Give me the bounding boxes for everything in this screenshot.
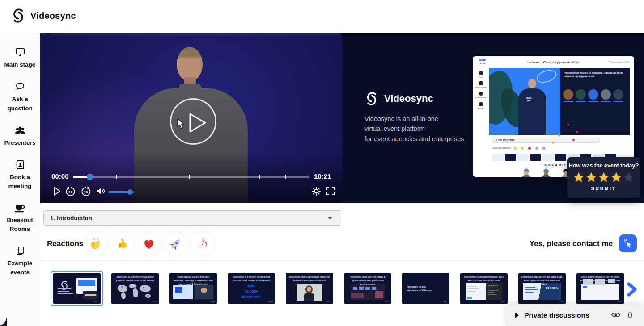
slide-thumbnail-4[interactable]: 500+ 20 000+ 10 000 000+ Videosync is a … (228, 273, 275, 304)
contact-button[interactable] (619, 234, 637, 252)
contact-label: Yes, please contact me (530, 239, 613, 248)
svg-text:10: 10 (84, 190, 88, 194)
sidebar-item-book-meeting[interactable]: Book a meeting (1, 159, 39, 191)
slide-thumbnail-10[interactable]: Video player modes to choose from, wheth… (576, 273, 624, 304)
sidebar-item-presenters[interactable]: Presenters (1, 125, 39, 147)
sidebar-item-example-events[interactable]: Example events (1, 246, 39, 277)
chevron-down-icon (327, 217, 333, 220)
svg-text:10: 10 (69, 190, 73, 194)
volume-fill (108, 191, 130, 193)
heart-icon (143, 238, 155, 250)
floating-heart-icon (567, 123, 570, 126)
duration: 10:21 (314, 172, 331, 180)
preview-solutions-dropdown: 4. OUR SOLUTIONS (492, 138, 600, 143)
chapter-value: 1. Introduction (50, 215, 92, 222)
info-brand-text: Videosync (384, 93, 433, 104)
info-brand: Videosync (364, 92, 433, 106)
slide-overlay-text: SCANFIL (546, 287, 559, 289)
sidebar-item-breakout-rooms[interactable]: Breakout Rooms (1, 203, 39, 234)
settings-gear-icon[interactable] (311, 186, 321, 196)
volume-slider[interactable] (108, 191, 134, 193)
player-controls: 10 10 (40, 184, 342, 200)
chapter-dropdown[interactable]: 1. Introduction (43, 210, 341, 226)
volume-icon[interactable] (96, 186, 106, 196)
clap-icon (89, 237, 102, 251)
mouse-cursor (176, 118, 186, 130)
expand-triangle-icon[interactable] (515, 313, 519, 318)
sidebar-label: Book a meeting (1, 173, 39, 191)
preview-reactions: Send your reactions (492, 146, 546, 150)
floating-heart-icon (558, 134, 561, 137)
slide-thumbnail-8[interactable]: Videosync is fully customisable, even wi… (460, 273, 508, 304)
click-cursor-icon (623, 238, 633, 248)
star-filled-icon[interactable] (611, 172, 622, 183)
floating-heart-icon (551, 141, 555, 144)
reaction-heart-button[interactable] (137, 232, 161, 255)
slide-caption: Videosync is a proven virtual event plat… (114, 276, 156, 283)
slide-thumbnail-1[interactable] (53, 273, 101, 304)
reaction-unicorn-button[interactable] (191, 232, 214, 255)
divider (40, 260, 644, 261)
slide-thumbnail-6[interactable]: Videosync suits best for virtual & hybri… (344, 273, 391, 304)
speech-bubble-icon (15, 81, 25, 92)
sidebar-item-ask-question[interactable]: Ask a question (1, 81, 39, 113)
contact-card-icon (15, 159, 25, 170)
slide-caption: Video player modes to choose from, wheth… (579, 276, 621, 283)
chapter-marker[interactable] (285, 175, 286, 179)
fullscreen-icon[interactable] (326, 186, 335, 196)
slide-caption: Everything happens on the same page, fro… (521, 276, 563, 286)
corner-artifact (0, 312, 9, 326)
seek-bar[interactable] (73, 176, 309, 178)
rating-submit-button[interactable]: SUBMIT (567, 186, 640, 191)
chapter-marker[interactable] (189, 175, 190, 179)
rewind-10-button[interactable]: 10 (65, 186, 76, 197)
discussions-label: Private discussions (524, 311, 589, 319)
sidebar-label: Presenters (4, 138, 36, 147)
seek-handle[interactable] (87, 174, 93, 180)
pages-icon (15, 246, 25, 256)
slide-caption: Participant UI and experience in Videosy… (407, 285, 433, 292)
current-time: 00:00 (51, 172, 68, 180)
event-rating-popup: How was the event today? SUBMIT (567, 157, 640, 198)
slide-thumbnail-7[interactable]: Participant UI and experience in Videosy… (402, 273, 449, 304)
floating-heart-icon (572, 138, 575, 142)
sidebar-item-main-stage[interactable]: Main stage (1, 47, 39, 69)
viewer-count: 0 (628, 311, 632, 320)
slide-thumbnail-2[interactable]: Videosync is a proven virtual event plat… (111, 273, 159, 304)
video-player[interactable]: 00:00 10:21 10 10 (40, 33, 342, 203)
chapter-marker[interactable] (259, 175, 260, 179)
star-filled-icon[interactable] (573, 172, 584, 183)
play-button[interactable] (53, 186, 61, 196)
slide-art (53, 273, 101, 304)
monitor-icon (15, 47, 25, 58)
reaction-thumbs-up-button[interactable] (110, 232, 134, 255)
slide-caption: Videosync is used in Investor Relations,… (172, 276, 214, 286)
rocket-icon (167, 235, 185, 253)
next-slides-arrow[interactable] (625, 282, 639, 297)
slide-thumbnail-5[interactable]: Videosync offers a producer studio for b… (286, 273, 333, 304)
videosync-s-icon-white (364, 92, 379, 106)
brand-text: Videosync (30, 11, 76, 21)
slide-caption: Videosync suits best for virtual & hybri… (347, 276, 389, 286)
volume-handle[interactable] (127, 189, 133, 195)
star-filled-icon[interactable] (586, 172, 597, 183)
reaction-rocket-button[interactable] (164, 232, 187, 255)
forward-10-button[interactable]: 10 (80, 186, 91, 197)
thumbs-up-icon (116, 238, 128, 250)
chapter-marker[interactable] (116, 175, 117, 179)
sidebar-label: Breakout Rooms (1, 216, 39, 234)
star-empty-icon[interactable] (623, 172, 634, 183)
coffee-cup-icon (14, 203, 26, 213)
slide-thumbnail-3[interactable]: Videosync is used in Investor Relations,… (169, 273, 217, 304)
preview-video: inderes. (489, 68, 560, 135)
reaction-clap-button[interactable] (84, 232, 107, 255)
rating-stars[interactable] (567, 172, 640, 183)
preview-slide: Pörssiyhtiöille Inderes on kumppani, jon… (560, 68, 630, 135)
private-discussions-bar[interactable]: Private discussions 0 (505, 305, 644, 326)
reactions-label: Reactions (47, 239, 83, 248)
preview-stage: inderes. Pörssiyhtiöille Inderes on kump… (489, 68, 630, 135)
star-filled-icon[interactable] (598, 172, 609, 183)
floating-heart-icon (576, 130, 579, 134)
preview-header: inde res. Inderes – Company presentation… (473, 56, 634, 68)
slide-thumbnail-9[interactable]: SCANFIL Everything happens on the same p… (518, 273, 566, 304)
